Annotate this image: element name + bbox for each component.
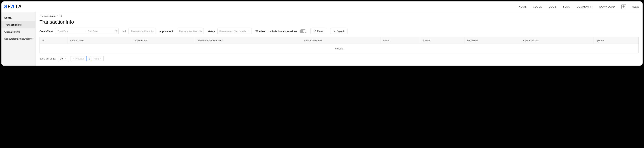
next-button[interactable]: Next <box>92 56 104 61</box>
sidebar-item-sagastatemachinedesigner[interactable]: SagaStatemachineDesigner <box>2 35 35 42</box>
svg-line-5 <box>335 31 335 32</box>
end-date-input[interactable] <box>87 30 114 33</box>
filter-bar: CreateTime - xid applicationId <box>40 28 638 34</box>
date-range-dash: - <box>84 29 87 33</box>
reset-button-label: Reset <box>317 30 323 33</box>
col-xid: xid <box>40 37 68 44</box>
no-data-cell: No Data <box>40 44 638 53</box>
applicationid-input[interactable] <box>177 28 204 34</box>
filter-createtime-label: CreateTime <box>40 30 52 33</box>
search-button[interactable]: Search <box>330 28 348 34</box>
filter-applicationid-label: applicationId <box>160 30 174 33</box>
top-nav: HOME CLOUD DOCS BLOG COMMUNITY DOWNLOAD … <box>519 4 638 9</box>
calendar-icon[interactable] <box>114 30 117 33</box>
date-range-input[interactable]: - <box>55 28 118 34</box>
sidebar-item-globallockinfo[interactable]: GlobalLockInfo <box>2 28 35 35</box>
topbar: SEATA HOME CLOUD DOCS BLOG COMMUNITY DOW… <box>2 1 642 12</box>
filter-status-label: status <box>208 30 215 33</box>
brand-logo[interactable]: SEATA <box>4 4 22 9</box>
sidebar-item-transactioninfo[interactable]: TransactionInfo <box>2 21 35 28</box>
col-applicationdata: applicationData <box>520 37 594 44</box>
col-transactionservicegroup: transactionServiceGroup <box>195 37 302 44</box>
nav-community[interactable]: COMMUNITY <box>576 5 593 8</box>
pagination: Items per page: 10 Previous 1 Next <box>40 56 638 61</box>
items-per-page-label: Items per page: <box>40 57 56 60</box>
filter-xid: xid <box>122 28 156 34</box>
previous-label: Previous <box>76 57 84 60</box>
start-date-input[interactable] <box>57 30 84 33</box>
chevron-right-icon <box>100 58 101 59</box>
status-select[interactable]: Please select filter criteria <box>217 28 252 34</box>
nav-docs[interactable]: DOCS <box>549 5 556 8</box>
svg-rect-0 <box>115 30 117 32</box>
language-toggle[interactable]: 中 <box>622 4 626 9</box>
chevron-down-icon <box>248 30 250 33</box>
data-table: xid transactionId applicationId transact… <box>40 37 638 53</box>
breadcrumb-root[interactable]: TransactionInfo <box>40 15 56 17</box>
col-transactionname: transactionName <box>302 37 381 44</box>
nav-download[interactable]: DOWNLOAD <box>599 5 615 8</box>
breadcrumb-leaf: list <box>59 15 62 17</box>
app-window: SEATA HOME CLOUD DOCS BLOG COMMUNITY DOW… <box>2 1 642 66</box>
no-data-row: No Data <box>40 44 638 53</box>
next-label: Next <box>94 57 99 60</box>
nav-cloud[interactable]: CLOUD <box>533 5 542 8</box>
filter-applicationid: applicationId <box>160 28 204 34</box>
nav-blog[interactable]: BLOG <box>563 5 570 8</box>
nav-home[interactable]: HOME <box>519 5 526 8</box>
chevron-left-icon <box>73 58 75 59</box>
xid-input[interactable] <box>128 28 156 34</box>
breadcrumb: TransactionInfo / list <box>40 15 638 17</box>
search-icon <box>333 30 336 33</box>
body: Seata TransactionInfo GlobalLockInfo Sag… <box>2 12 642 66</box>
col-applicationid: applicationId <box>132 37 195 44</box>
table-wrap: xid transactionId applicationId transact… <box>40 37 638 53</box>
filter-status: status Please select filter criteria <box>208 28 252 34</box>
filter-xid-label: xid <box>122 30 126 33</box>
items-per-page-select[interactable]: 10 <box>58 56 68 61</box>
svg-point-4 <box>334 30 335 31</box>
breadcrumb-separator: / <box>57 15 58 17</box>
sidebar-title: Seata <box>2 14 35 21</box>
page-title: TransactionInfo <box>40 19 638 25</box>
reset-button[interactable]: Reset <box>310 28 326 34</box>
reset-icon <box>314 30 316 33</box>
col-timeout: timeout <box>420 37 464 44</box>
pager: Previous 1 Next <box>70 56 104 61</box>
col-status: status <box>381 37 420 44</box>
branch-sessions-toggle[interactable] <box>300 29 306 33</box>
sidebar: Seata TransactionInfo GlobalLockInfo Sag… <box>2 12 36 66</box>
filter-createtime: CreateTime - <box>40 28 119 34</box>
page-number[interactable]: 1 <box>86 56 92 61</box>
chevron-down-icon <box>64 57 66 60</box>
items-per-page-value: 10 <box>60 57 63 60</box>
search-button-label: Search <box>337 30 344 33</box>
user-name[interactable]: seata <box>632 5 638 8</box>
status-select-placeholder: Please select filter criteria <box>219 30 246 33</box>
main-content: TransactionInfo / list TransactionInfo C… <box>36 12 642 66</box>
col-operate: operate <box>594 37 638 44</box>
table-header-row: xid transactionId applicationId transact… <box>40 37 638 44</box>
col-transactionid: transactionId <box>68 37 132 44</box>
filter-branch-label: Whether to include branch sessions <box>256 30 297 33</box>
previous-button[interactable]: Previous <box>71 56 87 61</box>
col-begintime: beginTime <box>464 37 520 44</box>
filter-branch-sessions: Whether to include branch sessions <box>256 29 306 33</box>
